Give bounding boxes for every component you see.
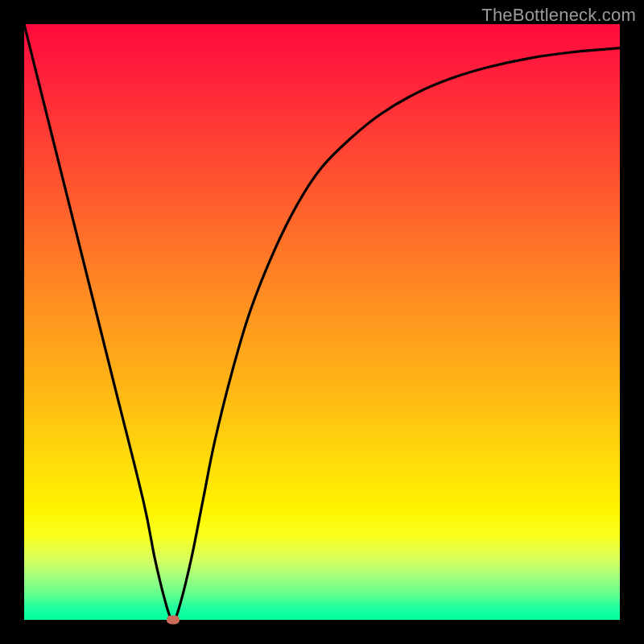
plot-area — [24, 24, 620, 620]
min-marker — [167, 616, 180, 625]
chart-frame: TheBottleneck.com — [0, 0, 644, 644]
curve-path — [24, 24, 620, 620]
watermark-text: TheBottleneck.com — [481, 5, 636, 26]
bottleneck-curve — [24, 24, 620, 620]
